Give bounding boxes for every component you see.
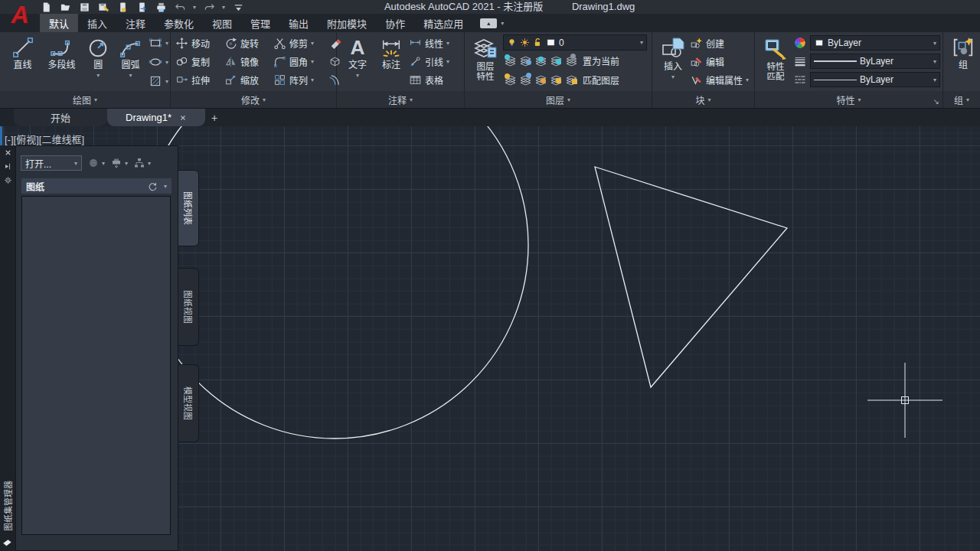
- layer-thaw-button[interactable]: [534, 72, 548, 87]
- new-tab-button[interactable]: +: [205, 109, 224, 126]
- save-icon[interactable]: [78, 1, 90, 13]
- ribbon-tab-addins[interactable]: 附加模块: [318, 14, 376, 32]
- new-file-icon[interactable]: [40, 1, 52, 13]
- match-properties-button[interactable]: 特性匹配: [758, 32, 793, 82]
- set-current-button[interactable]: 置为当前: [583, 51, 619, 70]
- rectangle-button[interactable]: ▾: [149, 35, 168, 51]
- sheet-set-publish-button[interactable]: ▾: [110, 157, 128, 169]
- layer-walk-button[interactable]: [564, 53, 579, 68]
- object-color-icon[interactable]: [793, 36, 807, 50]
- layer-freeze-button[interactable]: [534, 53, 548, 68]
- panel-label-properties[interactable]: 特性▾: [755, 91, 942, 108]
- array-button[interactable]: 阵列▾: [273, 70, 328, 89]
- layer-dropdown-icon[interactable]: ▾: [640, 39, 643, 46]
- ellipse-button[interactable]: ▾: [149, 54, 168, 70]
- panel-label-annotation[interactable]: 注释▾: [337, 91, 464, 108]
- table-button[interactable]: 表格: [409, 70, 449, 89]
- ribbon-tab-collaborate[interactable]: 协作: [376, 14, 414, 32]
- open-file-icon[interactable]: [59, 1, 71, 13]
- linetype-dropdown-icon[interactable]: ▾: [933, 77, 936, 83]
- sheet-list-area[interactable]: [21, 196, 171, 535]
- file-tab-start[interactable]: 开始: [14, 109, 107, 126]
- layer-unisolate-button[interactable]: [518, 72, 533, 87]
- ribbon-tab-output[interactable]: 输出: [279, 14, 318, 32]
- scale-button[interactable]: 缩放: [224, 70, 273, 89]
- viewport-controls[interactable]: [-][俯视][二维线框]: [5, 132, 84, 146]
- palette-grip-icon[interactable]: [2, 536, 13, 547]
- mirror-button[interactable]: 镜像: [224, 52, 273, 70]
- linear-dimension-button[interactable]: 线性▾: [409, 34, 449, 52]
- arc-button[interactable]: 圆弧 ▾: [114, 32, 147, 80]
- sheet-set-open-dropdown[interactable]: 打开... ▾: [21, 155, 82, 171]
- layer-match-icon-button[interactable]: [564, 72, 579, 87]
- ribbon-tab-default[interactable]: 默认: [40, 14, 78, 32]
- panel-label-draw[interactable]: 绘图▾: [0, 91, 170, 108]
- create-block-button[interactable]: 创建: [690, 34, 749, 52]
- ellipse-dropdown-icon[interactable]: ▾: [165, 59, 168, 66]
- ribbon-tab-parametric[interactable]: 参数化: [155, 14, 203, 32]
- palette-autohide-pin-icon[interactable]: [4, 162, 12, 171]
- ribbon-tab-insert[interactable]: 插入: [78, 14, 116, 32]
- array-dropdown-icon[interactable]: ▾: [311, 77, 314, 83]
- sheets-header[interactable]: 图纸 ▾: [21, 178, 172, 194]
- redo-icon[interactable]: [203, 1, 215, 13]
- palette-tab-sheet-list[interactable]: 图纸列表: [178, 170, 199, 246]
- panel-label-block[interactable]: 块▾: [652, 91, 754, 108]
- layer-unlock-icon[interactable]: [533, 37, 543, 47]
- sheet-set-details-button[interactable]: ▾: [133, 157, 151, 169]
- fillet-dropdown-icon[interactable]: ▾: [311, 58, 314, 65]
- layer-off-button[interactable]: [503, 53, 518, 68]
- open-from-web-mobile-icon[interactable]: [116, 1, 129, 13]
- layer-isolate-button[interactable]: [518, 53, 533, 68]
- palette-tab-model-views[interactable]: 模型视图: [178, 364, 199, 442]
- panel-label-layers[interactable]: 图层▾: [465, 91, 652, 108]
- rectangle-dropdown-icon[interactable]: ▾: [165, 40, 168, 47]
- trim-button[interactable]: 修剪▾: [273, 34, 328, 52]
- panel-label-group[interactable]: 组▾: [943, 91, 980, 108]
- circle-dropdown-icon[interactable]: ▾: [96, 70, 100, 80]
- ribbon-tab-featured-apps[interactable]: 精选应用: [414, 14, 472, 32]
- properties-dialog-launcher-icon[interactable]: ↘: [933, 97, 939, 106]
- close-tab-icon[interactable]: [179, 114, 187, 122]
- plot-icon[interactable]: [155, 1, 167, 13]
- ribbon-minimize-dropdown-icon[interactable]: ▾: [501, 20, 504, 27]
- refresh-icon[interactable]: [148, 181, 158, 191]
- layer-select-dropdown[interactable]: 0 ▾: [503, 34, 647, 51]
- sheets-header-dropdown-icon[interactable]: ▾: [164, 183, 167, 190]
- layer-thaw-sun-icon[interactable]: [520, 37, 530, 47]
- palette-tab-sheet-views[interactable]: 图纸视图: [178, 268, 199, 346]
- sheet-set-publish-sphere-button[interactable]: ▾: [87, 157, 105, 169]
- ribbon-tab-view[interactable]: 视图: [203, 14, 241, 32]
- match-layer-button[interactable]: 匹配图层: [583, 70, 619, 89]
- panel-label-modify[interactable]: 修改▾: [171, 91, 336, 108]
- group-button[interactable]: 组: [948, 32, 978, 70]
- layer-unlock-button[interactable]: [549, 72, 564, 87]
- file-tab-drawing1[interactable]: Drawing1*: [107, 109, 205, 126]
- undo-dropdown-icon[interactable]: ▾: [193, 4, 196, 11]
- ribbon-tab-annotate[interactable]: 注释: [116, 14, 155, 32]
- layer-lock-button[interactable]: [549, 53, 564, 68]
- fillet-button[interactable]: 圆角▾: [273, 52, 328, 70]
- linetype-icon[interactable]: [793, 73, 807, 86]
- arc-dropdown-icon[interactable]: ▾: [129, 70, 132, 80]
- autocad-logo[interactable]: A: [6, 0, 34, 29]
- lineweight-dropdown-icon[interactable]: ▾: [933, 58, 936, 65]
- layer-properties-button[interactable]: 图层特性: [468, 32, 503, 82]
- leader-dropdown-icon[interactable]: ▾: [446, 58, 449, 65]
- line-button[interactable]: 直线: [6, 32, 39, 70]
- save-to-web-mobile-icon[interactable]: [136, 1, 148, 13]
- color-dropdown[interactable]: ByLayer ▾: [810, 35, 940, 51]
- linear-dropdown-icon[interactable]: ▾: [446, 40, 449, 47]
- dimension-button[interactable]: 标注: [374, 32, 409, 70]
- hatch-dropdown-icon[interactable]: ▾: [165, 78, 168, 85]
- palette-settings-gear-icon[interactable]: [4, 176, 12, 184]
- ribbon-minimize-button[interactable]: ▲: [480, 18, 497, 28]
- redo-dropdown-icon[interactable]: ▾: [222, 4, 225, 11]
- edit-attributes-dropdown-icon[interactable]: ▾: [746, 77, 749, 83]
- lineweight-dropdown[interactable]: ByLayer ▾: [810, 54, 940, 69]
- linetype-dropdown[interactable]: ByLayer ▾: [810, 72, 940, 87]
- copy-button[interactable]: 复制: [175, 52, 224, 70]
- leader-button[interactable]: 引线▾: [409, 52, 449, 70]
- trim-dropdown-icon[interactable]: ▾: [311, 40, 314, 47]
- layer-on-bulb-icon[interactable]: [507, 37, 517, 47]
